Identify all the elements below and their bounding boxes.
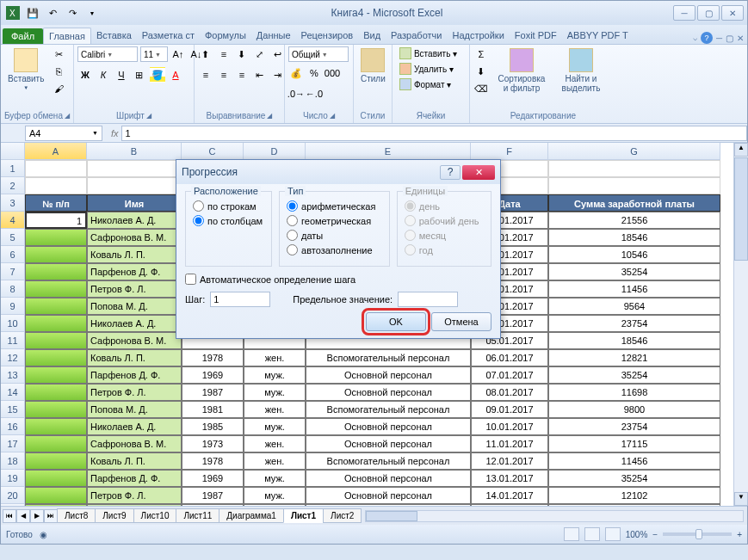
alignment-launcher-icon[interactable]: ◢ bbox=[267, 112, 272, 120]
underline-icon[interactable]: Ч bbox=[114, 67, 129, 83]
number-launcher-icon[interactable]: ◢ bbox=[330, 112, 335, 120]
cell-npp[interactable] bbox=[25, 487, 87, 504]
align-left-icon[interactable]: ≡ bbox=[198, 67, 213, 83]
zoom-level[interactable]: 100% bbox=[626, 530, 648, 539]
cell-category[interactable]: Основной персонал bbox=[306, 435, 471, 452]
font-family-combo[interactable]: Calibri▼ bbox=[77, 46, 138, 62]
cell-name[interactable]: Коваль Л. П. bbox=[87, 452, 182, 470]
increase-font-icon[interactable]: A↑ bbox=[170, 46, 186, 62]
dialog-help-icon[interactable]: ? bbox=[440, 165, 461, 180]
cell[interactable] bbox=[87, 177, 182, 194]
cell[interactable] bbox=[548, 177, 720, 194]
zoom-slider[interactable] bbox=[663, 532, 732, 536]
bold-icon[interactable]: Ж bbox=[77, 67, 93, 83]
cell-date[interactable]: 06.01.2017 bbox=[471, 349, 548, 366]
cell-year[interactable]: 1969 bbox=[182, 470, 244, 487]
cell-sex[interactable]: жен. bbox=[244, 452, 306, 470]
limit-input[interactable] bbox=[398, 292, 458, 307]
cell-category[interactable]: Основной персонал bbox=[306, 487, 471, 504]
format-painter-icon[interactable]: 🖌 bbox=[51, 81, 66, 96]
cell-year[interactable]: 1981 bbox=[182, 401, 244, 418]
cell[interactable] bbox=[87, 160, 182, 177]
macro-record-icon[interactable]: ◉ bbox=[40, 530, 47, 539]
increase-decimal-icon[interactable]: .0→ bbox=[288, 86, 304, 102]
cell-sex[interactable]: муж. bbox=[244, 384, 306, 401]
excel-icon[interactable]: X bbox=[4, 4, 22, 22]
wrap-text-icon[interactable]: ↩ bbox=[270, 46, 286, 62]
close-button[interactable]: ✕ bbox=[721, 5, 744, 21]
cell-sum[interactable]: 18546 bbox=[548, 229, 720, 246]
cell-sex[interactable]: жен. bbox=[244, 435, 306, 452]
paste-button[interactable]: Вставить ▼ bbox=[4, 46, 47, 92]
cell-sum[interactable]: 21556 bbox=[548, 212, 720, 229]
cell-npp[interactable] bbox=[25, 298, 87, 315]
cell-npp[interactable] bbox=[25, 229, 87, 246]
ribbon-tab-1[interactable]: Вставка bbox=[91, 28, 137, 44]
cell-sex[interactable]: жен. bbox=[244, 504, 306, 506]
sheet-nav-prev-icon[interactable]: ◀ bbox=[16, 509, 30, 523]
cell-sex[interactable]: муж. bbox=[244, 366, 306, 384]
increase-indent-icon[interactable]: ⇥ bbox=[270, 67, 286, 83]
row-header[interactable]: 18 bbox=[1, 452, 25, 470]
cell-category[interactable]: Основной персонал bbox=[306, 418, 471, 435]
cell-sex[interactable]: муж. bbox=[244, 487, 306, 504]
row-header[interactable]: 14 bbox=[1, 384, 25, 401]
cell-npp[interactable] bbox=[25, 263, 87, 280]
cell-sex[interactable]: жен. bbox=[244, 349, 306, 366]
row-header[interactable]: 10 bbox=[1, 315, 25, 332]
cell-sum[interactable]: 23754 bbox=[548, 418, 720, 435]
styles-button[interactable]: Стили bbox=[357, 46, 389, 85]
ribbon-tab-6[interactable]: Вид bbox=[358, 28, 386, 44]
page-layout-view-icon[interactable] bbox=[584, 527, 600, 541]
cell-category[interactable]: Вспомогательный персонал bbox=[306, 401, 471, 418]
cell-sum[interactable]: 11456 bbox=[548, 452, 720, 470]
row-header[interactable]: 6 bbox=[1, 246, 25, 263]
ribbon-tab-3[interactable]: Формулы bbox=[200, 28, 251, 44]
cell-name[interactable]: Николаев А. Д. bbox=[87, 418, 182, 435]
cell-date[interactable]: 12.01.2017 bbox=[471, 452, 548, 470]
cell[interactable] bbox=[25, 160, 87, 177]
cell-category[interactable]: Основной персонал bbox=[306, 470, 471, 487]
sheet-tab[interactable]: Лист8 bbox=[57, 508, 96, 523]
currency-icon[interactable]: 💰 bbox=[288, 65, 304, 81]
help-icon[interactable]: ? bbox=[701, 32, 713, 44]
sheet-tab[interactable]: Диаграмма1 bbox=[219, 508, 284, 523]
col-header[interactable]: E bbox=[306, 143, 471, 160]
ok-button[interactable]: OK bbox=[366, 312, 426, 331]
cell-sum[interactable]: 9800 bbox=[548, 504, 720, 506]
col-header[interactable]: D bbox=[244, 143, 306, 160]
sheet-nav-next-icon[interactable]: ▶ bbox=[30, 509, 44, 523]
row-header[interactable]: 15 bbox=[1, 401, 25, 418]
cell-category[interactable]: Основной персонал bbox=[306, 384, 471, 401]
format-cells-button[interactable]: Формат ▾ bbox=[396, 77, 455, 91]
insert-cells-button[interactable]: Вставить ▾ bbox=[396, 46, 461, 60]
dialog-titlebar[interactable]: Прогрессия ? ✕ bbox=[176, 160, 500, 184]
ribbon-tab-0[interactable]: Главная bbox=[43, 28, 91, 44]
ribbon-tab-5[interactable]: Рецензиров bbox=[296, 28, 359, 44]
cell-sum[interactable]: 12821 bbox=[548, 349, 720, 366]
cell-date[interactable]: 15.01.2017 bbox=[471, 504, 548, 506]
row-header[interactable]: 20 bbox=[1, 487, 25, 504]
find-select-button[interactable]: Найти и выделить bbox=[554, 46, 608, 95]
normal-view-icon[interactable] bbox=[564, 527, 579, 541]
cell-sum[interactable]: 10546 bbox=[548, 246, 720, 263]
cell-sex[interactable]: муж. bbox=[244, 470, 306, 487]
cell-sum[interactable]: 35254 bbox=[548, 470, 720, 487]
row-header[interactable]: 3 bbox=[1, 194, 25, 212]
redo-icon[interactable]: ↷ bbox=[64, 4, 81, 22]
italic-icon[interactable]: К bbox=[96, 67, 111, 83]
sheet-tab[interactable]: Лист9 bbox=[95, 508, 133, 523]
align-right-icon[interactable]: ≡ bbox=[234, 67, 250, 83]
cell-sum[interactable]: 17115 bbox=[548, 435, 720, 452]
undo-icon[interactable]: ↶ bbox=[44, 4, 61, 22]
cell-date[interactable]: 08.01.2017 bbox=[471, 384, 548, 401]
cell-category[interactable]: Вспомогательный персонал bbox=[306, 452, 471, 470]
horizontal-scrollbar[interactable] bbox=[365, 510, 744, 522]
cell-sum[interactable]: 11698 bbox=[548, 384, 720, 401]
select-all-corner[interactable] bbox=[1, 143, 25, 160]
layout-rows-radio[interactable]: по строкам bbox=[193, 200, 264, 212]
cell-npp[interactable] bbox=[25, 418, 87, 435]
cell-npp[interactable]: 1 bbox=[25, 212, 87, 229]
cell-year[interactable]: 1987 bbox=[182, 487, 244, 504]
type-dates-radio[interactable]: даты bbox=[287, 230, 382, 241]
